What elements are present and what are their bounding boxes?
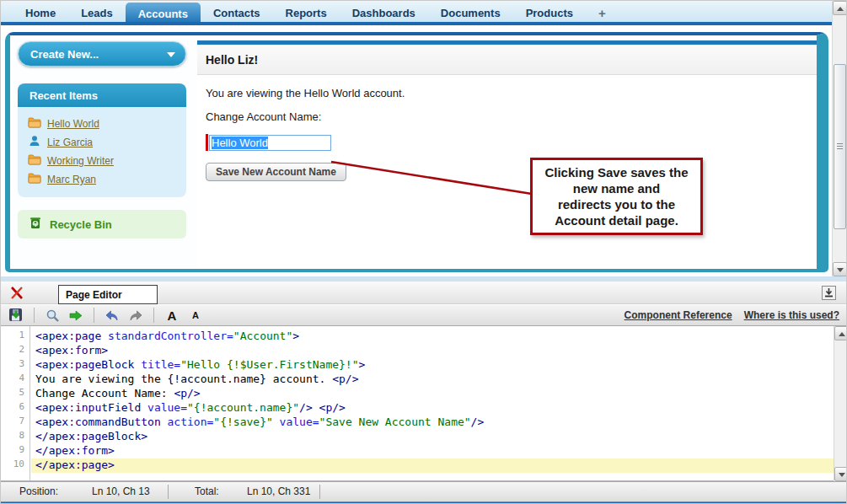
toolbar-separator <box>34 308 35 323</box>
page-scrollbar[interactable] <box>832 1 846 276</box>
recent-items-list: Hello WorldLiz GarciaWorking WriterMarc … <box>18 107 186 197</box>
recent-item-link[interactable]: Hello World <box>47 118 99 130</box>
status-divider <box>168 485 169 499</box>
go-arrow-icon[interactable] <box>67 308 84 323</box>
code-line[interactable]: <apex:page standardController="Account"> <box>31 330 834 344</box>
editor-links: Component Reference Where is this used? <box>625 305 839 325</box>
code-line[interactable]: <apex:pageBlock title="Hello {!$User.Fir… <box>31 358 834 373</box>
salesforce-page-editor-screen: HomeLeadsAccountsContactsReportsDashboar… <box>0 0 847 504</box>
status-divider <box>319 485 320 499</box>
folder-icon <box>28 153 41 169</box>
line-numbers: 12345678910 <box>1 326 30 480</box>
font-decrease-icon[interactable]: A <box>187 308 204 323</box>
editor-header: Page Editor <box>1 281 847 304</box>
recent-item[interactable]: Liz Garcia <box>28 133 186 152</box>
tab-bar: HomeLeadsAccountsContactsReportsDashboar… <box>1 1 832 25</box>
recent-item-link[interactable]: Working Writer <box>47 155 114 167</box>
editor-status-bar: Position: Ln 10, Ch 13 Total: Ln 10, Ch … <box>1 481 847 501</box>
position-value: Ln 10, Ch 13 <box>92 485 150 497</box>
page-preview-region: HomeLeadsAccountsContactsReportsDashboar… <box>1 1 847 276</box>
selected-input-text: Hello World <box>212 137 268 149</box>
required-field-bar <box>206 134 208 151</box>
scroll-down-button[interactable] <box>834 467 847 481</box>
total-value: Ln 10, Ch 331 <box>247 485 310 497</box>
code-line[interactable]: <apex:inputField value="{!account.name}"… <box>31 401 834 416</box>
code-line[interactable]: Change Account Name: <p/> <box>31 387 834 401</box>
code-line-current[interactable]: </apex:page> <box>31 458 834 473</box>
scroll-up-button[interactable] <box>833 1 847 15</box>
tab-add[interactable]: + <box>586 1 619 22</box>
account-name-input[interactable]: Hello World <box>209 135 331 151</box>
code-line[interactable]: <apex:form> <box>31 344 834 358</box>
line-number: 1 <box>1 330 29 344</box>
code-line[interactable]: </apex:form> <box>31 444 834 458</box>
position-label: Position: <box>19 485 58 497</box>
tab-contacts[interactable]: Contacts <box>201 1 273 22</box>
chevron-down-icon <box>167 52 175 57</box>
save-new-account-name-button[interactable]: Save New Account Name <box>206 163 346 181</box>
recent-items-header: Recent Items <box>18 83 186 107</box>
tab-documents[interactable]: Documents <box>428 1 513 22</box>
undo-icon[interactable] <box>104 308 121 323</box>
recent-item[interactable]: Working Writer <box>28 152 186 170</box>
page-block-title: Hello Liz! <box>206 53 258 67</box>
code-line[interactable]: You are viewing the {!account.name} acco… <box>31 373 834 387</box>
where-is-this-used-link[interactable]: Where is this used? <box>744 309 839 321</box>
recent-item[interactable]: Marc Ryan <box>28 170 186 189</box>
page-editor-panel: Page Editor A A <box>1 276 847 504</box>
scroll-up-button[interactable] <box>834 326 847 340</box>
tab-leads[interactable]: Leads <box>68 1 126 22</box>
editor-toolbar: A A Component Reference Where is this us… <box>1 304 847 326</box>
line-number: 9 <box>1 444 29 458</box>
change-account-name-label: Change Account Name: <box>206 110 808 123</box>
viewing-account-text: You are viewing the Hello World account. <box>206 87 808 99</box>
folder-icon <box>28 172 41 187</box>
save-icon[interactable] <box>8 308 24 323</box>
tab-products[interactable]: Products <box>513 1 586 22</box>
line-number: 8 <box>1 430 29 444</box>
tab-accounts[interactable]: Accounts <box>126 3 201 22</box>
redo-icon[interactable] <box>127 308 144 323</box>
line-number: 6 <box>1 401 29 416</box>
tab-page-editor[interactable]: Page Editor <box>58 285 158 304</box>
component-reference-link[interactable]: Component Reference <box>625 309 732 321</box>
tab-dashboards[interactable]: Dashboards <box>340 1 428 22</box>
create-new-label: Create New... <box>30 48 99 61</box>
line-number: 3 <box>1 358 29 373</box>
line-number: 2 <box>1 344 29 358</box>
code-editor[interactable]: 12345678910 <apex:page standardControlle… <box>1 326 847 481</box>
line-number: 7 <box>1 416 29 430</box>
recent-items-panel: Recent Items Hello WorldLiz GarciaWorkin… <box>18 83 186 197</box>
trash-icon <box>28 215 43 233</box>
sidebar: Create New... Recent Items Hello WorldLi… <box>10 35 197 269</box>
person-icon <box>28 135 41 150</box>
recycle-bin[interactable]: Recycle Bin <box>18 210 186 239</box>
create-new-button[interactable]: Create New... <box>18 41 186 67</box>
recent-item-link[interactable]: Liz Garcia <box>47 137 93 148</box>
folder-icon <box>28 116 41 131</box>
collapse-panel-icon[interactable] <box>822 286 836 300</box>
app-frame: Create New... Recent Items Hello WorldLi… <box>5 32 828 272</box>
editor-scrollbar[interactable] <box>834 326 847 481</box>
recent-item[interactable]: Hello World <box>28 115 186 133</box>
font-increase-icon[interactable]: A <box>164 308 180 323</box>
search-icon[interactable] <box>44 308 61 323</box>
toolbar-separator <box>153 308 154 323</box>
tab-reports[interactable]: Reports <box>273 1 340 22</box>
page-block: Hello Liz! You are viewing the Hello Wor… <box>197 35 817 269</box>
close-icon[interactable] <box>9 286 24 300</box>
annotation-callout: Clicking Save saves the new name and red… <box>530 158 703 235</box>
code-lines[interactable]: <apex:page standardController="Account">… <box>31 326 834 480</box>
recent-item-link[interactable]: Marc Ryan <box>47 174 96 185</box>
scroll-down-button[interactable] <box>833 262 847 276</box>
total-label: Total: <box>195 485 219 497</box>
code-line[interactable]: </apex:pageBlock> <box>31 430 834 444</box>
tab-home[interactable]: Home <box>13 1 68 22</box>
line-number: 4 <box>1 373 29 387</box>
page-block-body: You are viewing the Hello World account.… <box>197 75 817 188</box>
page-block-header: Hello Liz! <box>197 45 817 75</box>
line-number: 10 <box>1 458 29 473</box>
code-line[interactable]: <apex:commandButton action="{!save}" val… <box>31 416 834 430</box>
toolbar-separator <box>94 308 94 323</box>
scroll-thumb[interactable] <box>834 64 846 229</box>
